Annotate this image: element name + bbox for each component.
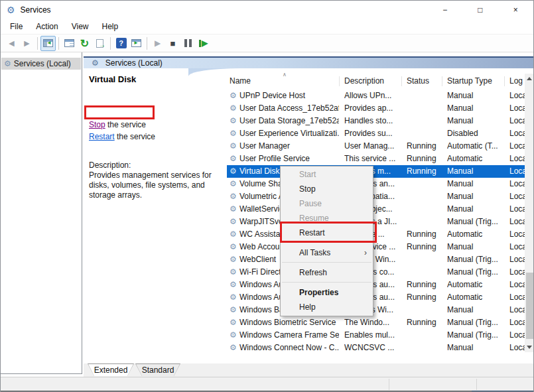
cell-status: Running (407, 154, 443, 163)
minimize-button[interactable]: − (427, 1, 462, 19)
services-gear-icon: ⚙ (4, 59, 11, 68)
action-pane-glyph: ► (131, 39, 141, 47)
column-header-name[interactable]: Name (230, 76, 336, 86)
service-row[interactable]: ⚙User Experience Virtualizati...Provides… (227, 127, 525, 140)
service-gear-icon: ⚙ (230, 280, 237, 289)
column-divider (504, 76, 505, 86)
cell-log-on-as: Local Syste... (509, 280, 525, 289)
forward-icon[interactable]: ► (19, 36, 34, 51)
service-row[interactable]: ⚙Windows Biometric ServiceThe Windo...Ru… (227, 316, 525, 329)
cell-status: Running (407, 229, 443, 239)
menu-action[interactable]: Action (31, 21, 63, 33)
service-row-selected[interactable]: ⚙Virtual DiskProvides m...RunningManualL… (227, 165, 525, 178)
cell-log-on-as: Local Syste... (509, 129, 525, 138)
show-action-pane-icon[interactable]: ► (129, 36, 144, 51)
menu-help[interactable]: Help (97, 21, 124, 33)
column-divider (401, 76, 402, 86)
service-gear-icon: ⚙ (230, 204, 237, 214)
cell-description: Enables mul... (344, 330, 401, 340)
service-row[interactable]: ⚙Volumetric Audio CompositorHosts spatia… (227, 190, 525, 203)
service-row[interactable]: ⚙Windows Connect Now - C...WCNCSVC ...Ma… (227, 342, 525, 354)
stop-service-icon[interactable]: ■ (165, 36, 180, 51)
column-divider (339, 76, 340, 86)
context-menu-item-refresh[interactable]: Refresh (281, 265, 373, 280)
start-service-icon[interactable]: ▶ (150, 36, 165, 51)
properties-glyph (64, 39, 74, 47)
service-row[interactable]: ⚙Volume Shadow CopyManages an...ManualLo… (227, 178, 525, 190)
tab-label: Extended (88, 364, 133, 376)
window-controls: − □ × (427, 1, 533, 19)
cell-status: Running (407, 293, 443, 302)
cell-status: Running (407, 242, 443, 251)
service-row[interactable]: ⚙User Profile ServiceThis service ...Run… (227, 153, 525, 165)
menu-file[interactable]: File (5, 21, 28, 33)
cell-startup-type: Manual (447, 192, 504, 201)
cell-name: User Manager (239, 141, 339, 151)
menu-view[interactable]: View (66, 21, 94, 33)
panel-header-band: ⚙ Services (Local) (84, 56, 534, 68)
cell-startup-type: Automatic (447, 229, 504, 239)
service-gear-icon: ⚙ (230, 129, 237, 138)
cell-description: Provides su... (344, 129, 401, 138)
service-row[interactable]: ⚙Windows Audio Endpoint Build...Manages … (227, 291, 525, 304)
export-list-icon[interactable]: → (92, 36, 107, 51)
cell-log-on-as: Local Syste... (509, 217, 525, 226)
context-menu-item-stop[interactable]: Stop (281, 182, 373, 196)
maximize-button[interactable]: □ (462, 1, 498, 19)
toolbar-separator (37, 37, 38, 50)
services-list: ∧ NameDescriptionStatusStartup TypeLog O… (227, 74, 525, 366)
service-gear-icon: ⚙ (230, 179, 237, 188)
context-menu-item-properties[interactable]: Properties (281, 285, 373, 300)
back-icon[interactable]: ◄ (4, 36, 19, 51)
scroll-down-icon[interactable] (527, 346, 532, 349)
column-header-description[interactable]: Description (344, 76, 401, 86)
tab-standard[interactable]: Standard (135, 363, 180, 376)
service-row[interactable]: ⚙UPnP Device HostAllows UPn...ManualLoca… (227, 90, 525, 102)
help-icon[interactable]: ? (113, 36, 129, 51)
service-row[interactable]: ⚙WalletServiceHosts objec...ManualLocal … (227, 203, 525, 216)
cell-startup-type: Manual (447, 91, 504, 100)
service-gear-icon: ⚙ (230, 192, 237, 201)
export-glyph: → (96, 39, 103, 48)
column-header-status[interactable]: Status (407, 76, 443, 86)
column-header-startup-type[interactable]: Startup Type (447, 76, 504, 86)
service-row[interactable]: ⚙User ManagerUser Manag...RunningAutomat… (227, 140, 525, 153)
cell-log-on-as: Local Syste... (509, 330, 525, 340)
service-row[interactable]: ⚙WebClientEnables Win...Manual (Trig...L… (227, 253, 525, 266)
service-row[interactable]: ⚙User Data Access_17eb52afProvides ap...… (227, 102, 525, 115)
context-menu-item-all-tasks[interactable]: All Tasks› (281, 245, 373, 260)
cell-log-on-as: Local Syste... (509, 343, 525, 352)
services-gear-icon: ⚙ (7, 5, 15, 15)
service-row[interactable]: ⚙Windows BackupProvides Wi...ManualLocal… (227, 304, 525, 316)
cell-startup-type: Automatic (447, 280, 504, 289)
properties-icon[interactable] (62, 36, 77, 51)
scroll-up-icon[interactable] (527, 77, 532, 80)
pause-service-icon[interactable] (180, 36, 196, 51)
cell-startup-type: Manual (447, 116, 504, 125)
restart-service-link[interactable]: Restart (89, 132, 115, 141)
restart-service-icon[interactable]: ▶ (196, 36, 211, 51)
console-tree-glyph: ◄ (43, 39, 53, 47)
cell-log-on-as: Local Syste... (509, 204, 525, 214)
console-tree-panel: ⚙ Services (Local) (1, 52, 82, 374)
cell-startup-type: Automatic (447, 293, 504, 302)
service-row[interactable]: ⚙User Data Storage_17eb52afHandles sto..… (227, 115, 525, 127)
tree-item-services-local[interactable]: ⚙ Services (Local) (1, 58, 81, 70)
tab-extended[interactable]: Extended (88, 363, 134, 376)
selected-service-title: Virtual Disk (89, 74, 227, 84)
service-row[interactable]: ⚙Wi-Fi Direct Services Connecti...Manage… (227, 266, 525, 279)
show-console-tree-icon[interactable]: ◄ (40, 36, 56, 51)
vertical-scroll-thumb[interactable] (526, 273, 533, 339)
service-row[interactable]: ⚙Windows AudioManages au...RunningAutoma… (227, 279, 525, 291)
context-menu-item-help[interactable]: Help (281, 300, 373, 314)
highlight-box-restart-menu-item (280, 222, 377, 243)
cell-log-on-as: Local Syste... (509, 229, 525, 239)
close-button[interactable]: × (498, 1, 533, 19)
refresh-icon[interactable]: ↻ (77, 36, 92, 51)
stop-service-link[interactable]: Stop (89, 120, 105, 129)
service-row[interactable]: ⚙Windows Camera Frame Se...Enables mul..… (227, 329, 525, 342)
vertical-scrollbar[interactable] (525, 74, 534, 352)
cell-log-on-as: Local Syste... (509, 255, 525, 264)
cell-log-on-as: Local Syste... (509, 116, 525, 125)
service-gear-icon: ⚙ (230, 116, 237, 125)
